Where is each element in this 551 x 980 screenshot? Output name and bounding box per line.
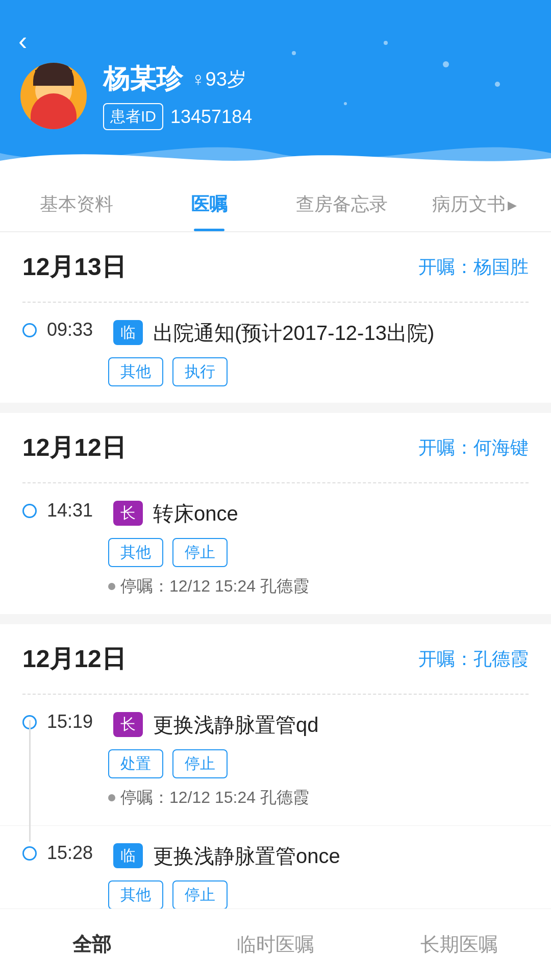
order-time: 15:19 [47,711,103,732]
stop-dot [108,583,115,590]
order-type-badge: 长 [113,712,143,737]
tabs-bar: 基本资料 医嘱 查房备忘录 病历文书 ▸ [0,174,551,232]
patient-name: 杨某珍 [103,61,183,97]
date-group-3: 12月12日 开嘱：孔德霞 15:19 长 更换浅静脉置管qd 处置 停止 停嘱… [0,624,551,957]
patient-details: 杨某珍 ♀93岁 患者ID 13457184 [103,61,252,130]
tab-records[interactable]: 病历文书 ▸ [408,174,541,231]
wave-decoration [0,133,551,174]
order-type-badge: 长 [113,501,143,526]
order-tag[interactable]: 停止 [172,880,228,910]
chevron-right-icon: ▸ [508,194,517,215]
tab-rounds[interactable]: 查房备忘录 [276,174,408,231]
doctor-label-1: 开嘱：杨国胜 [418,255,529,280]
order-type-badge: 临 [113,320,143,345]
date-label-1: 12月13日 [22,251,126,283]
date-group-2: 12月12日 开嘱：何海键 14:31 长 转床once 其他 停止 停嘱：12… [0,413,551,614]
order-tag[interactable]: 其他 [108,538,163,567]
order-circle [22,846,37,861]
back-button[interactable]: ‹ [18,26,27,56]
order-tag[interactable]: 停止 [172,538,228,567]
order-time: 14:31 [47,500,103,521]
bottom-nav-all[interactable]: 全部 [0,909,184,980]
patient-id: 13457184 [170,106,252,128]
id-badge: 患者ID [103,103,163,130]
order-type-badge: 临 [113,843,143,868]
stop-info: 停嘱：12/12 15:24 孔德霞 [120,787,309,809]
order-name: 转床once [153,500,529,528]
stop-info: 停嘱：12/12 15:24 孔德霞 [120,575,309,598]
order-name: 更换浅静脉置管once [153,842,529,870]
bottom-nav: 全部 临时医嘱 长期医嘱 [0,909,551,980]
patient-info: 杨某珍 ♀93岁 患者ID 13457184 [20,61,531,130]
order-tag[interactable]: 停止 [172,749,228,778]
timeline-connector [29,720,31,842]
order-circle [22,504,37,518]
content-area: 12月13日 开嘱：杨国胜 09:33 临 出院通知(预计2017-12-13出… [0,232,551,980]
doctor-label-3: 开嘱：孔德霞 [418,647,529,672]
bottom-nav-long[interactable]: 长期医嘱 [367,909,551,980]
order-time: 09:33 [47,319,103,340]
order-tag[interactable]: 处置 [108,749,163,778]
order-time: 15:28 [47,842,103,864]
order-tag[interactable]: 执行 [172,357,228,386]
order-name: 更换浅静脉置管qd [153,711,529,739]
order-item[interactable]: 15:19 长 更换浅静脉置管qd 处置 停止 停嘱：12/12 15:24 孔… [0,695,551,826]
date-label-3: 12月12日 [22,643,126,675]
tab-basic[interactable]: 基本资料 [10,174,143,231]
stop-dot [108,794,115,801]
order-circle [22,323,37,337]
order-item[interactable]: 14:31 长 转床once 其他 停止 停嘱：12/12 15:24 孔德霞 [0,483,551,614]
avatar [20,63,87,129]
gender-age: ♀93岁 [191,66,246,92]
order-tag[interactable]: 其他 [108,357,163,386]
order-item[interactable]: 09:33 临 出院通知(预计2017-12-13出院) 其他 执行 [0,303,551,403]
date-label-2: 12月12日 [22,431,126,464]
doctor-label-2: 开嘱：何海键 [418,435,529,460]
tab-orders[interactable]: 医嘱 [143,174,276,231]
bottom-nav-temp[interactable]: 临时医嘱 [184,909,367,980]
order-tag[interactable]: 其他 [108,880,163,910]
order-name: 出院通知(预计2017-12-13出院) [153,319,529,347]
header: ‹ 杨某珍 ♀93岁 患者ID 13457184 [0,0,551,174]
date-group-1: 12月13日 开嘱：杨国胜 09:33 临 出院通知(预计2017-12-13出… [0,232,551,403]
